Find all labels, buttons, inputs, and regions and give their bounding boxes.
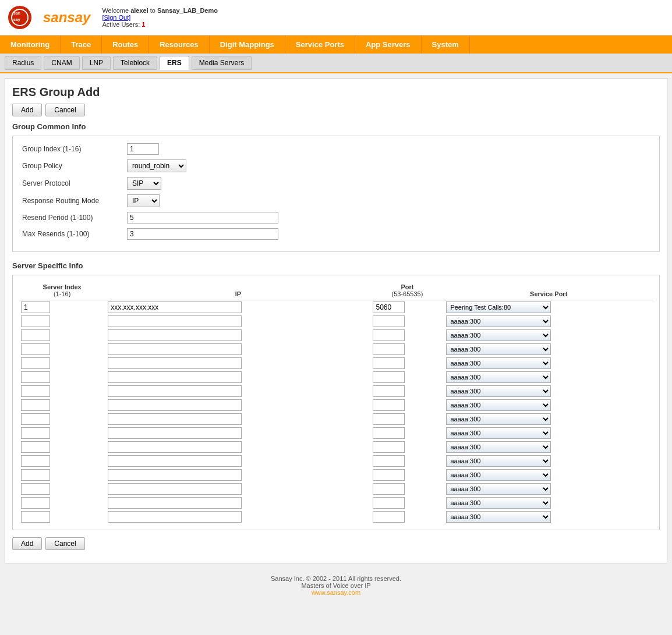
server-ip-input-12[interactable]: [108, 455, 242, 467]
server-index-input-12[interactable]: [21, 455, 50, 467]
server-port-input-16[interactable]: [373, 511, 405, 523]
server-ip-input-15[interactable]: [108, 497, 242, 509]
service-port-select-7[interactable]: aaaaa:300 Peering Test Calls:80: [446, 385, 551, 397]
server-index-input-11[interactable]: [21, 441, 50, 453]
group-index-input[interactable]: [127, 143, 159, 155]
service-port-select-3[interactable]: aaaaa:300 Peering Test Calls:80: [446, 329, 551, 341]
nav-digit-mappings[interactable]: Digit Mappings: [210, 36, 285, 54]
resend-period-row: Resend Period (1-100): [22, 212, 650, 224]
service-port-select-13[interactable]: aaaaa:300 Peering Test Calls:80: [446, 469, 551, 481]
server-port-input-14[interactable]: [373, 483, 405, 495]
response-routing-select[interactable]: IP DNS: [127, 194, 160, 207]
bottom-add-button[interactable]: Add: [12, 537, 42, 550]
server-ip-input-10[interactable]: [108, 427, 242, 439]
top-add-button[interactable]: Add: [12, 104, 42, 116]
server-port-input-15[interactable]: [373, 497, 405, 509]
group-policy-select[interactable]: round_robin failover load_balance: [127, 159, 186, 172]
server-index-input-10[interactable]: [21, 427, 50, 439]
service-port-select-8[interactable]: aaaaa:300 Peering Test Calls:80: [446, 399, 551, 411]
td-service-port-7: aaaaa:300 Peering Test Calls:80: [444, 384, 653, 398]
server-ip-input-2[interactable]: [108, 315, 242, 327]
bottom-cancel-button[interactable]: Cancel: [45, 537, 84, 550]
server-index-input-9[interactable]: [21, 413, 50, 425]
server-index-input-4[interactable]: [21, 343, 50, 355]
group-common-title: Group Common Info: [12, 122, 660, 131]
server-port-input-5[interactable]: [373, 357, 405, 369]
nav-routes[interactable]: Routes: [102, 36, 149, 54]
tab-cnam[interactable]: CNAM: [44, 56, 79, 70]
tab-lnp[interactable]: LNP: [82, 56, 111, 70]
server-port-input-10[interactable]: [373, 427, 405, 439]
service-port-select-11[interactable]: aaaaa:300 Peering Test Calls:80: [446, 441, 551, 453]
tab-teleblock[interactable]: Teleblock: [113, 56, 157, 70]
server-index-input-1[interactable]: [21, 301, 50, 313]
server-ip-input-6[interactable]: [108, 371, 242, 383]
server-port-input-8[interactable]: [373, 399, 405, 411]
server-protocol-select[interactable]: SIP H323: [127, 177, 161, 190]
server-ip-input-4[interactable]: [108, 343, 242, 355]
nav-trace[interactable]: Trace: [61, 36, 102, 54]
sign-out-link[interactable]: [Sign Out]: [102, 14, 130, 21]
resend-period-input[interactable]: [127, 212, 278, 224]
logo: san say sansay: [7, 5, 90, 30]
server-index-input-16[interactable]: [21, 511, 50, 523]
server-port-input-3[interactable]: [373, 329, 405, 341]
service-port-select-16[interactable]: aaaaa:300 Peering Test Calls:80: [446, 511, 551, 523]
nav-app-servers[interactable]: App Servers: [355, 36, 422, 54]
max-resends-input[interactable]: [127, 228, 278, 240]
server-port-input-4[interactable]: [373, 343, 405, 355]
service-port-select-15[interactable]: aaaaa:300 Peering Test Calls:80: [446, 497, 551, 509]
tab-radius[interactable]: Radius: [5, 56, 41, 70]
service-port-select-6[interactable]: aaaaa:300 Peering Test Calls:80: [446, 371, 551, 383]
server-ip-input-13[interactable]: [108, 469, 242, 481]
server-index-input-8[interactable]: [21, 399, 50, 411]
td-service-port-3: aaaaa:300 Peering Test Calls:80: [444, 328, 653, 342]
server-port-input-1[interactable]: [373, 301, 405, 313]
service-port-select-2[interactable]: aaaaa:300 Peering Test Calls:80: [446, 315, 551, 327]
server-ip-input-14[interactable]: [108, 483, 242, 495]
service-port-select-5[interactable]: aaaaa:300 Peering Test Calls:80: [446, 357, 551, 369]
server-port-input-2[interactable]: [373, 315, 405, 327]
server-index-input-2[interactable]: [21, 315, 50, 327]
server-port-input-9[interactable]: [373, 413, 405, 425]
server-port-input-13[interactable]: [373, 469, 405, 481]
nav-resources[interactable]: Resources: [149, 36, 209, 54]
server-port-input-7[interactable]: [373, 385, 405, 397]
server-index-input-3[interactable]: [21, 329, 50, 341]
server-ip-input-9[interactable]: [108, 413, 242, 425]
service-port-select-14[interactable]: aaaaa:300 Peering Test Calls:80: [446, 483, 551, 495]
server-index-input-7[interactable]: [21, 385, 50, 397]
tab-ers[interactable]: ERS: [160, 56, 189, 70]
td-port-8: [370, 398, 444, 412]
server-port-input-11[interactable]: [373, 441, 405, 453]
service-port-select-1[interactable]: Peering Test Calls:80 aaaaa:300: [446, 301, 551, 313]
tab-media-servers[interactable]: Media Servers: [192, 56, 252, 70]
server-index-input-5[interactable]: [21, 357, 50, 369]
server-ip-input-16[interactable]: [108, 511, 242, 523]
server-ip-input-7[interactable]: [108, 385, 242, 397]
service-port-select-4[interactable]: aaaaa:300 Peering Test Calls:80: [446, 343, 551, 355]
server-ip-input-5[interactable]: [108, 357, 242, 369]
td-port-9: [370, 412, 444, 426]
server-port-input-6[interactable]: [373, 371, 405, 383]
footer-link[interactable]: www.sansay.com: [312, 589, 360, 596]
service-port-select-12[interactable]: aaaaa:300 Peering Test Calls:80: [446, 455, 551, 467]
service-port-select-10[interactable]: aaaaa:300 Peering Test Calls:80: [446, 427, 551, 439]
server-ip-input-11[interactable]: [108, 441, 242, 453]
server-index-input-15[interactable]: [21, 497, 50, 509]
td-service-port-6: aaaaa:300 Peering Test Calls:80: [444, 370, 653, 384]
td-port-11: [370, 440, 444, 454]
server-ip-input-3[interactable]: [108, 329, 242, 341]
table-row: aaaaa:300 Peering Test Calls:80: [19, 356, 653, 370]
server-ip-input-1[interactable]: [108, 301, 242, 313]
nav-service-ports[interactable]: Service Ports: [285, 36, 355, 54]
server-port-input-12[interactable]: [373, 455, 405, 467]
service-port-select-9[interactable]: aaaaa:300 Peering Test Calls:80: [446, 413, 551, 425]
nav-monitoring[interactable]: Monitoring: [0, 36, 61, 54]
top-cancel-button[interactable]: Cancel: [45, 104, 84, 116]
server-index-input-14[interactable]: [21, 483, 50, 495]
nav-system[interactable]: System: [422, 36, 470, 54]
server-index-input-6[interactable]: [21, 371, 50, 383]
server-index-input-13[interactable]: [21, 469, 50, 481]
server-ip-input-8[interactable]: [108, 399, 242, 411]
